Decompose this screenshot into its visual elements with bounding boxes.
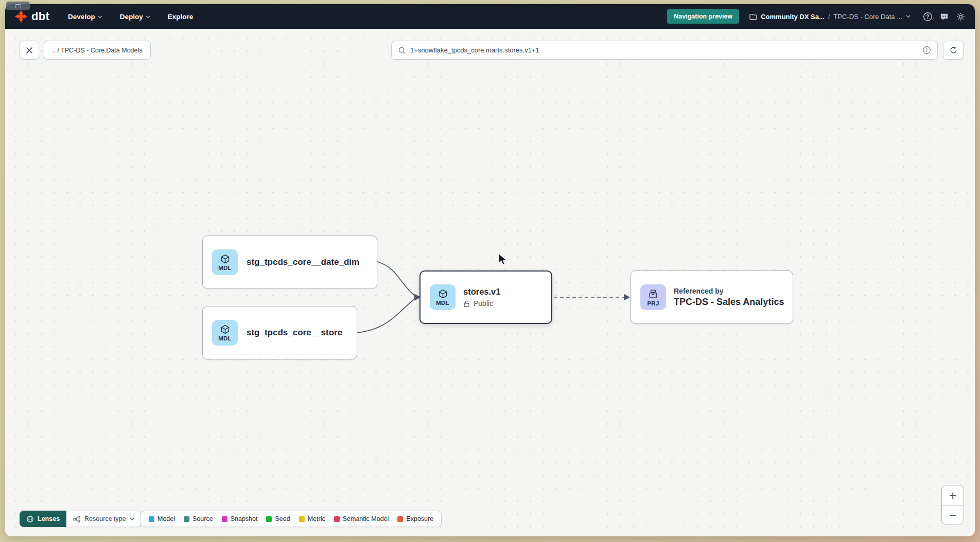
breadcrumb-project[interactable]: Community DX Sa... <box>761 13 825 21</box>
close-icon <box>26 47 33 54</box>
node-label: TPC-DS - Sales Analytics <box>674 297 784 308</box>
zoom-out-button[interactable]: − <box>942 505 964 525</box>
legend-swatch <box>266 516 272 522</box>
node-label: stores.v1 <box>463 287 500 297</box>
legend-swatch <box>184 516 189 522</box>
info-icon[interactable] <box>922 46 931 55</box>
lenses-button[interactable]: Lenses <box>20 511 66 527</box>
menu-deploy[interactable]: Deploy <box>120 13 150 21</box>
resource-type-legend: Model Source Snapshot Seed Metric Semant… <box>141 511 442 527</box>
resource-badge: MDL <box>436 300 449 306</box>
chevron-down-icon <box>146 15 150 19</box>
settings-gear-icon[interactable] <box>956 12 966 22</box>
zoom-in-button[interactable]: + <box>942 485 964 505</box>
model-cube-icon <box>437 288 448 299</box>
legend-swatch <box>397 516 403 522</box>
legend-label: Metric <box>308 515 325 522</box>
folder-icon <box>749 13 757 20</box>
svg-text:?: ? <box>926 14 929 20</box>
public-open-lock-icon <box>463 300 470 308</box>
close-lineage-button[interactable] <box>20 41 39 60</box>
lineage-canvas[interactable]: .. / TPC-DS - Core Data Models <box>5 29 975 536</box>
resource-type-graph-icon <box>73 515 81 523</box>
resource-type-dropdown[interactable]: Resource type <box>66 511 142 527</box>
feedback-icon[interactable] <box>939 12 949 22</box>
chevron-down-icon[interactable] <box>906 15 911 18</box>
legend-label: Exposure <box>406 515 433 522</box>
node-stg-tpcds-core-store[interactable]: MDL stg_tpcds_core__store <box>202 306 357 359</box>
legend-item-exposure: Exposure <box>397 515 433 522</box>
resource-badge: MDL <box>218 335 232 341</box>
node-label: stg_tpcds_core__store <box>247 328 342 338</box>
dbt-logo-text: dbt <box>31 10 49 23</box>
navbar-right: Navigation preview Community DX Sa... / … <box>667 9 966 24</box>
legend-swatch <box>149 516 154 522</box>
legend-item-model: Model <box>149 515 175 522</box>
lineage-selector-input[interactable] <box>410 46 918 54</box>
legend-item-seed: Seed <box>266 515 290 522</box>
chip-label: .. / TPC-DS - Core Data Models <box>52 47 143 54</box>
node-referenced-by-sales-analytics[interactable]: PRJ Referenced by TPC-DS - Sales Analyti… <box>631 270 793 324</box>
navigation-preview-button[interactable]: Navigation preview <box>667 9 739 24</box>
navbar-icons: ? <box>923 12 966 22</box>
breadcrumb-separator: / <box>828 13 830 21</box>
menu-develop[interactable]: Develop <box>68 13 102 21</box>
legend-item-metric: Metric <box>299 515 325 522</box>
menu-explore-label: Explore <box>168 13 194 21</box>
legend-item-source: Source <box>184 515 213 522</box>
project-archive-icon <box>647 288 659 300</box>
node-label: stg_tpcds_core__date_dim <box>247 257 359 267</box>
referenced-by-label: Referenced by <box>674 287 784 295</box>
screen-recorder-tab <box>6 2 30 10</box>
model-resource-tile: MDL <box>430 284 456 310</box>
project-resource-tile: PRJ <box>640 284 666 310</box>
breadcrumb-section[interactable]: TPC-DS - Core Data ... <box>833 13 902 21</box>
refresh-icon <box>949 46 958 55</box>
legend-label: Snapshot <box>231 515 258 522</box>
model-cube-icon <box>220 324 231 335</box>
legend-swatch <box>222 516 227 522</box>
legend-label: Source <box>192 515 213 522</box>
breadcrumb: Community DX Sa... / TPC-DS - Core Data … <box>749 13 911 21</box>
legend-item-semantic-model: Semantic Model <box>334 515 389 522</box>
legend-swatch <box>299 516 305 522</box>
resource-badge: MDL <box>218 265 232 271</box>
dbt-explorer-window: dbt Develop Deploy Explore Navigation pr… <box>5 4 975 536</box>
dbt-logo[interactable]: dbt <box>14 10 49 23</box>
menu-deploy-label: Deploy <box>120 13 143 21</box>
legend-swatch <box>334 516 340 522</box>
model-resource-tile: MDL <box>212 320 238 346</box>
node-stg-tpcds-core-date-dim[interactable]: MDL stg_tpcds_core__date_dim <box>202 236 377 289</box>
resource-badge: PRJ <box>647 300 659 306</box>
menu-explore[interactable]: Explore <box>168 13 194 21</box>
resource-type-label: Resource type <box>84 515 126 522</box>
legend-label: Seed <box>275 515 290 522</box>
refresh-lineage-button[interactable] <box>943 41 964 60</box>
zoom-control: + − <box>941 485 964 525</box>
lineage-breadcrumb-chip[interactable]: .. / TPC-DS - Core Data Models <box>44 41 151 60</box>
chevron-down-icon <box>98 15 102 19</box>
legend-label: Semantic Model <box>343 515 389 522</box>
dbt-logo-icon <box>14 10 28 23</box>
mouse-cursor <box>497 254 507 266</box>
legend-label: Model <box>157 515 175 522</box>
model-cube-icon <box>220 254 231 264</box>
lens-control-group: Lenses Resource type <box>20 511 142 527</box>
help-icon[interactable]: ? <box>923 12 933 22</box>
recorder-icon <box>15 4 21 8</box>
node-text-block: Referenced by TPC-DS - Sales Analytics <box>674 287 784 308</box>
menu-develop-label: Develop <box>68 13 95 21</box>
edge-arrowhead <box>624 294 630 301</box>
main-menu: Develop Deploy Explore <box>68 13 193 21</box>
model-resource-tile: MDL <box>212 249 238 275</box>
top-navbar: dbt Develop Deploy Explore Navigation pr… <box>5 4 975 29</box>
access-label: Public <box>474 299 493 308</box>
node-text-block: stores.v1 Public <box>463 287 500 308</box>
access-row: Public <box>463 299 500 308</box>
legend-item-snapshot: Snapshot <box>222 515 258 522</box>
node-stores-v1-selected[interactable]: MDL stores.v1 Public <box>419 270 552 324</box>
lens-icon <box>26 515 34 523</box>
lineage-search-bar <box>391 41 938 60</box>
lenses-label: Lenses <box>38 515 60 522</box>
chevron-down-icon <box>130 517 135 521</box>
